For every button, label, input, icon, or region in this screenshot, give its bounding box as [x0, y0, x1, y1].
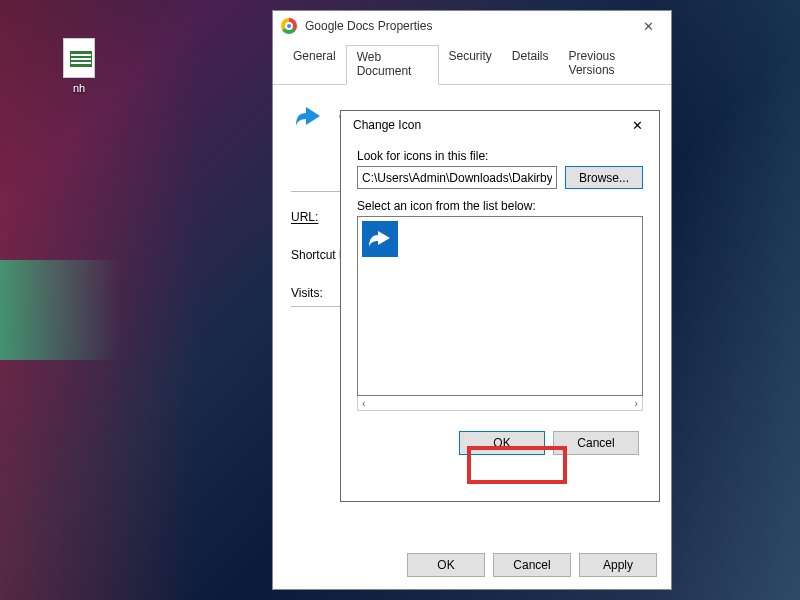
tab-general[interactable]: General	[283, 45, 346, 84]
desktop-file-icon[interactable]: nh	[55, 38, 103, 94]
tab-details[interactable]: Details	[502, 45, 559, 84]
tab-previous-versions[interactable]: Previous Versions	[559, 45, 661, 84]
tab-security[interactable]: Security	[439, 45, 502, 84]
tab-web-document[interactable]: Web Document	[346, 45, 439, 85]
chrome-icon	[281, 18, 297, 34]
properties-cancel-button[interactable]: Cancel	[493, 553, 571, 577]
look-for-icons-label: Look for icons in this file:	[357, 149, 643, 163]
scroll-left-icon[interactable]: ‹	[362, 397, 366, 409]
properties-title: Google Docs Properties	[305, 19, 633, 33]
properties-tabs: General Web Document Security Details Pr…	[273, 41, 671, 85]
close-icon[interactable]: ✕	[625, 118, 649, 133]
change-icon-ok-button[interactable]: OK	[459, 431, 545, 455]
icon-list-scrollbar[interactable]: ‹ ›	[357, 396, 643, 411]
change-icon-title: Change Icon	[353, 118, 625, 132]
scroll-right-icon[interactable]: ›	[634, 397, 638, 409]
spreadsheet-file-icon	[63, 38, 95, 78]
browse-button[interactable]: Browse...	[565, 166, 643, 189]
properties-ok-button[interactable]: OK	[407, 553, 485, 577]
select-icon-label: Select an icon from the list below:	[357, 199, 643, 213]
change-icon-dialog: Change Icon ✕ Look for icons in this fil…	[340, 110, 660, 502]
desktop-icon-label: nh	[55, 82, 103, 94]
close-icon[interactable]: ✕	[633, 19, 663, 34]
change-icon-cancel-button[interactable]: Cancel	[553, 431, 639, 455]
properties-button-row: OK Cancel Apply	[407, 553, 657, 577]
icon-list[interactable]	[357, 216, 643, 396]
icon-path-input[interactable]	[357, 166, 557, 189]
share-arrow-icon[interactable]	[362, 221, 398, 257]
properties-apply-button[interactable]: Apply	[579, 553, 657, 577]
share-arrow-icon	[291, 99, 327, 135]
properties-titlebar[interactable]: Google Docs Properties ✕	[273, 11, 671, 41]
change-icon-titlebar[interactable]: Change Icon ✕	[341, 111, 659, 139]
